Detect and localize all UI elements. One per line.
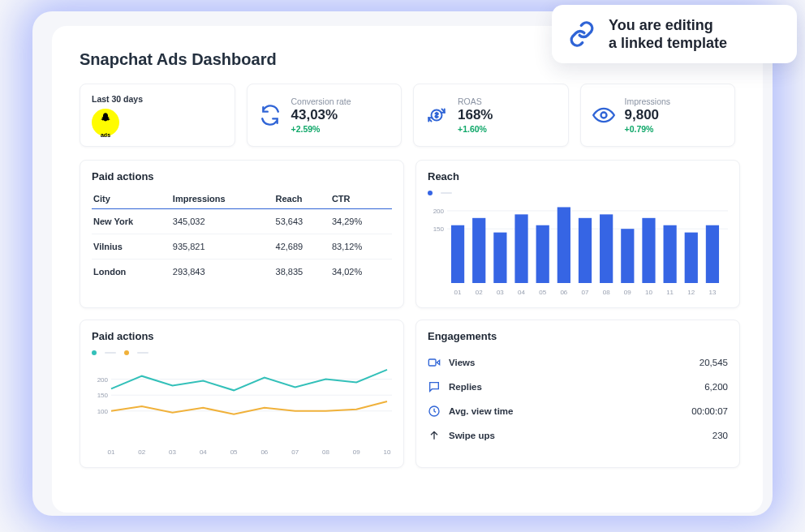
video-icon <box>428 356 441 369</box>
svg-rect-12 <box>514 214 527 283</box>
engagement-name: Views <box>449 358 475 367</box>
engagements-card: Engagements Views20,545Replies6,200Avg. … <box>415 320 740 468</box>
dashboard-panel: Snapchat Ads Dashboard Last 30 days ads … <box>52 26 763 513</box>
svg-text:09: 09 <box>624 289 631 296</box>
tile-title: Reach <box>428 170 728 182</box>
svg-rect-48 <box>428 359 436 366</box>
tile-title: Paid actions <box>92 330 392 342</box>
paid-actions-chart-card: Paid actions 100150200010203040506070809… <box>80 320 404 468</box>
svg-rect-8 <box>472 218 485 283</box>
svg-rect-26 <box>664 225 677 283</box>
svg-text:03: 03 <box>169 448 176 456</box>
eye-icon <box>592 104 615 127</box>
svg-text:09: 09 <box>353 448 360 456</box>
engagement-value: 00:00:07 <box>691 406 728 416</box>
svg-point-1 <box>601 113 606 118</box>
svg-text:01: 01 <box>454 289 462 296</box>
svg-rect-24 <box>642 218 655 283</box>
reach-bar-chart: 15020001020304050607080910111213 <box>428 199 728 296</box>
svg-text:10: 10 <box>384 448 391 456</box>
svg-text:200: 200 <box>433 208 445 215</box>
svg-rect-6 <box>451 225 464 283</box>
svg-text:03: 03 <box>497 289 504 296</box>
paid-actions-table-card: Paid actions CityImpressionsReachCTR New… <box>80 160 404 308</box>
svg-text:05: 05 <box>539 289 546 296</box>
svg-text:150: 150 <box>433 225 445 233</box>
svg-rect-30 <box>706 225 719 283</box>
clock-icon <box>428 405 441 418</box>
svg-text:08: 08 <box>603 289 610 296</box>
paid-actions-table: CityImpressionsReachCTR New York345,0325… <box>92 191 392 284</box>
snapchat-ads-icon: ads <box>92 109 119 136</box>
dollar-cycle-icon <box>425 104 448 127</box>
svg-text:02: 02 <box>138 448 145 456</box>
period-card: Last 30 days ads <box>80 84 235 147</box>
engagement-value: 230 <box>712 431 728 440</box>
engagement-row: Swipe ups230 <box>428 423 728 448</box>
engagement-row: Avg. view time00:00:07 <box>428 399 728 423</box>
svg-text:13: 13 <box>708 289 716 296</box>
chart-legend <box>92 350 392 355</box>
table-row: London293,84338,83534,02% <box>92 260 392 285</box>
engagement-name: Replies <box>449 382 482 392</box>
engagement-name: Avg. view time <box>449 406 513 416</box>
period-label: Last 30 days <box>92 94 143 104</box>
reply-icon <box>428 380 441 393</box>
engagement-row: Replies6,200 <box>428 375 728 399</box>
svg-rect-16 <box>557 207 570 283</box>
engagement-row: Views20,545 <box>428 350 728 375</box>
table-header: Reach <box>274 191 330 209</box>
refresh-icon <box>259 104 282 127</box>
svg-rect-10 <box>493 233 506 283</box>
table-row: Vilnius935,82142,68983,12% <box>92 234 392 260</box>
engagement-value: 20,545 <box>700 358 728 367</box>
svg-text:07: 07 <box>291 448 299 456</box>
kpi-conversion-rate: Conversion rate 43,03% +2.59% <box>247 84 402 147</box>
table-header: Impressions <box>171 191 274 209</box>
svg-rect-14 <box>536 225 549 283</box>
svg-rect-20 <box>600 214 613 283</box>
engagement-name: Swipe ups <box>449 431 495 440</box>
engagement-value: 6,200 <box>704 382 728 392</box>
svg-text:05: 05 <box>230 448 238 456</box>
kpi-row: Last 30 days ads Conversion rate 43,03% … <box>80 84 735 147</box>
svg-text:06: 06 <box>560 289 567 296</box>
svg-text:150: 150 <box>97 392 109 399</box>
table-header: City <box>92 191 171 209</box>
kpi-roas: ROAS 168% +1.60% <box>413 84 569 147</box>
svg-text:04: 04 <box>200 448 207 456</box>
svg-rect-22 <box>621 229 634 283</box>
tile-title: Engagements <box>428 330 728 342</box>
arrow-up-icon <box>428 429 441 442</box>
linked-template-banner: You are editinga linked template <box>552 5 797 63</box>
svg-text:04: 04 <box>518 289 525 296</box>
table-row: New York345,03253,64334,29% <box>92 209 392 234</box>
link-icon <box>568 20 596 48</box>
banner-text: You are editinga linked template <box>609 16 727 53</box>
svg-text:06: 06 <box>260 448 268 456</box>
tile-title: Paid actions <box>92 170 392 182</box>
svg-text:200: 200 <box>97 376 109 384</box>
svg-text:02: 02 <box>476 289 483 296</box>
svg-text:10: 10 <box>645 289 652 296</box>
svg-text:07: 07 <box>582 289 589 296</box>
svg-text:100: 100 <box>97 408 109 415</box>
svg-text:12: 12 <box>687 289 695 296</box>
svg-text:08: 08 <box>322 448 329 456</box>
paid-actions-line-chart: 10015020001020304050607080910 <box>92 358 392 456</box>
reach-chart-card: Reach 15020001020304050607080910111213 <box>415 160 740 308</box>
svg-rect-28 <box>685 233 698 283</box>
svg-text:01: 01 <box>108 448 115 456</box>
table-header: CTR <box>330 191 392 209</box>
svg-text:11: 11 <box>666 289 674 296</box>
kpi-impressions: Impressions 9,800 +0.79% <box>580 84 736 147</box>
svg-rect-18 <box>579 218 592 283</box>
chart-legend <box>428 191 728 195</box>
